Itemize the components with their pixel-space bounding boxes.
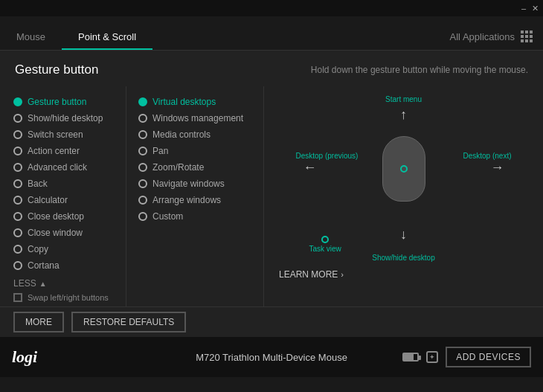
middle-menu-item-windows-management[interactable]: Windows management [138,110,263,126]
left-menu-item-close-window[interactable]: Close window [13,225,126,241]
section-title: Gesture button [15,62,98,77]
battery-icon [402,353,419,362]
radio-icon [138,212,147,221]
left-menu-item-advanced-click[interactable]: Advanced click [13,159,126,176]
chevron-up-icon: ▲ [39,280,47,288]
footer-right: ✦ ADD DEVICES [402,347,531,367]
radio-icon [13,179,22,188]
left-menu-item-copy[interactable]: Copy [13,241,126,257]
arrow-right: → [491,159,504,175]
tab-mouse[interactable]: Mouse [0,24,62,50]
radio-icon [138,196,147,205]
left-menu-item-back[interactable]: Back [13,176,126,192]
left-menu-item-gesture-button[interactable]: Gesture button [13,94,126,110]
middle-menu-item-arrange-windows[interactable]: Arrange windows [138,192,263,208]
middle-menu-item-label: Zoom/Rotate [152,162,204,173]
left-menu-item-action-center[interactable]: Action center [13,143,126,159]
left-panel: Gesture button Show/hide desktop Switch … [0,86,126,306]
left-menu-item-close-desktop[interactable]: Close desktop [13,208,126,225]
middle-menu-item-custom[interactable]: Custom [138,208,263,225]
desktop-previous-label: Desktop (previous) [296,152,359,160]
apps-grid-icon[interactable] [521,30,533,42]
task-view-label: Task view [309,236,341,253]
left-menu-item-show-hide-desktop[interactable]: Show/hide desktop [13,110,126,126]
learn-more-button[interactable]: LEARN MORE › [272,269,344,280]
section-header: Gesture button Hold down the gesture but… [0,51,543,86]
middle-menu-item-zoom-rotate[interactable]: Zoom/Rotate [138,159,263,176]
left-menu-item-calculator[interactable]: Calculator [13,192,126,208]
swap-buttons-item: Swap left/right buttons [13,293,126,302]
left-menu-item-label: Copy [28,244,48,254]
swap-checkbox[interactable] [13,293,22,302]
all-applications-label[interactable]: All Applications [450,31,515,42]
left-menu-item-label: Cortana [28,260,60,271]
minimize-button[interactable]: – [521,4,526,13]
middle-menu-item-pan[interactable]: Pan [138,143,263,159]
tab-bar: Mouse Point & Scroll All Applications [0,16,543,51]
tab-point-scroll[interactable]: Point & Scroll [62,24,152,50]
radio-icon [138,130,147,139]
radio-icon [138,114,147,123]
close-button[interactable]: ✕ [532,4,539,13]
less-label: LESS [13,278,36,289]
learn-more-label: LEARN MORE [279,269,338,280]
radio-icon [138,163,147,172]
middle-menu-item-navigate-windows[interactable]: Navigate windows [138,176,263,192]
arrow-up: ↑ [400,107,407,123]
radio-icon [13,147,22,155]
radio-icon [138,147,147,155]
middle-panel: Virtual desktops Windows management Medi… [126,86,264,306]
radio-icon [13,228,22,237]
chevron-right-icon: › [341,270,344,279]
swap-label: Swap left/right buttons [28,293,109,302]
active-indicator [138,97,147,106]
mouse-shape [382,136,425,202]
active-indicator [13,97,22,106]
radio-icon [138,179,147,188]
show-hide-desktop-label: Show/hide desktop [372,254,435,262]
logi-logo: logi [12,347,37,367]
restore-defaults-button[interactable]: RESTORE DEFAULTS [71,312,186,332]
middle-menu-item-label: Arrange windows [152,195,221,205]
middle-menu-item-label: Navigate windows [152,179,225,189]
device-name: M720 Triathlon Multi-Device Mouse [196,352,347,363]
middle-menu-header[interactable]: Virtual desktops [138,94,263,110]
left-menu-item-label: Show/hide desktop [28,113,103,123]
left-menu-item-label: Close desktop [28,211,84,222]
left-menu-item-label: Action center [28,146,80,156]
section-hint: Hold down the gesture button while movin… [311,65,528,75]
less-button[interactable]: LESS ▲ [13,278,126,289]
radio-icon [13,114,22,123]
desktop-next-label: Desktop (next) [463,152,511,160]
mouse-center-dot [400,165,408,173]
arrow-left: ← [303,159,317,175]
middle-menu-header-label: Virtual desktops [152,97,216,107]
radio-icon [13,196,22,205]
left-menu-item-label: Calculator [28,195,68,205]
start-menu-label: Start menu [385,95,422,103]
left-menu-item-label: Switch screen [28,129,83,140]
left-menu-item-switch-screen[interactable]: Switch screen [13,126,126,143]
add-devices-button[interactable]: ADD DEVICES [446,347,531,367]
arrow-down: ↓ [400,227,407,242]
left-menu-item-label: Gesture button [28,97,86,107]
tab-right: All Applications [450,30,543,50]
middle-menu-item-media-controls[interactable]: Media controls [138,126,263,143]
more-button[interactable]: MORE [13,312,64,332]
bluetooth-icon: ✦ [426,351,438,363]
right-panel: Start menu ↑ ↓ Show/hide desktop ← Deskt… [264,86,543,306]
radio-icon [13,261,22,270]
left-menu-item-label: Close window [28,228,83,238]
middle-menu-item-label: Windows management [152,113,243,123]
left-menu-item-label: Back [28,179,48,189]
middle-menu-item-label: Custom [152,211,183,222]
radio-icon [13,245,22,254]
left-menu-item-cortana[interactable]: Cortana [13,257,126,274]
radio-icon [13,163,22,172]
radio-icon [13,212,22,221]
footer: logi M720 Triathlon Multi-Device Mouse ✦… [0,337,543,377]
radio-icon [13,130,22,139]
content-area: Gesture button Show/hide desktop Switch … [0,86,543,306]
middle-menu-item-label: Pan [152,146,168,156]
left-menu-item-label: Advanced click [28,162,87,173]
